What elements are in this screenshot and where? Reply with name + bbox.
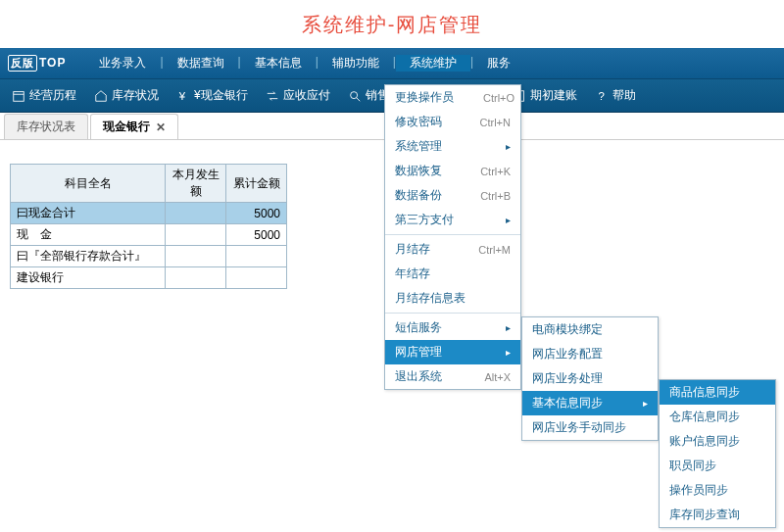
toolbar-期初建账[interactable]: 期初建账 [513, 87, 577, 104]
grid-cell-name[interactable]: 现 金 [11, 224, 166, 246]
webshop-item-网店业务手动同步[interactable]: 网店业务手动同步 [522, 415, 658, 440]
top-menu: 业务录入|数据查询|基本信息|辅助功能|系统维护|服务 [85, 55, 524, 72]
svg-point-3 [350, 91, 357, 98]
sysmenu-item-短信服务[interactable]: 短信服务▸ [385, 315, 520, 340]
topmenu-基本信息[interactable]: 基本信息 [241, 55, 316, 72]
toolbar-label: 期初建账 [530, 87, 577, 104]
toolbar-库存状况[interactable]: 库存状况 [94, 87, 159, 104]
grid-header[interactable]: 累计金额 [226, 165, 287, 203]
grid-cell-name[interactable]: 曰现金合计 [11, 203, 166, 224]
toolbar-应收应付[interactable]: 应收应付 [266, 87, 330, 104]
menu-item-label: 月结存 [395, 241, 430, 258]
search-icon [348, 89, 362, 103]
svg-text:¥: ¥ [178, 90, 186, 102]
toolbar-label: 经营历程 [29, 87, 76, 104]
grid-cell-name[interactable]: 建设银行 [11, 267, 166, 289]
toolbar-¥现金银行[interactable]: ¥¥现金银行 [176, 87, 248, 104]
menu-item-shortcut: Alt+X [484, 371, 511, 383]
webshop-item-基本信息同步[interactable]: 基本信息同步▸ [522, 391, 658, 415]
sysmenu-item-月结存信息表[interactable]: 月结存信息表 [385, 286, 520, 311]
chevron-right-icon: ▸ [506, 141, 511, 152]
grid-header[interactable]: 科目全名 [11, 165, 166, 203]
menu-item-label: 退出系统 [395, 368, 442, 385]
yen-icon: ¥ [176, 89, 190, 103]
menu-item-label: 商品信息同步 [669, 384, 740, 401]
toolbar-label: 帮助 [612, 87, 636, 104]
grid-cell-month[interactable] [166, 246, 226, 267]
sysmenu-item-第三方支付[interactable]: 第三方支付▸ [385, 208, 520, 232]
sysmenu-item-修改密码[interactable]: 修改密码Ctrl+N [385, 110, 520, 134]
tab-库存状况表[interactable]: 库存状况表 [4, 114, 88, 139]
sync-item-库存同步查询[interactable]: 库存同步查询 [660, 503, 775, 527]
menu-item-label: 修改密码 [395, 114, 442, 130]
menu-item-label: 数据恢复 [395, 163, 442, 179]
toolbar-label: 库存状况 [112, 87, 159, 104]
menu-item-label: 仓库信息同步 [669, 409, 740, 425]
grid-header[interactable]: 本月发生额 [166, 165, 226, 203]
sysmenu-item-系统管理[interactable]: 系统管理▸ [385, 134, 520, 159]
menu-separator [385, 313, 520, 314]
toolbar-经营历程[interactable]: 经营历程 [12, 87, 76, 104]
webshop-item-网店业务配置[interactable]: 网店业务配置 [522, 342, 658, 366]
brand-suffix: TOP [39, 56, 66, 70]
system-maintenance-menu: 更换操作员Ctrl+O修改密码Ctrl+N系统管理▸数据恢复Ctrl+K数据备份… [384, 84, 521, 390]
sysmenu-item-年结存[interactable]: 年结存 [385, 262, 520, 286]
topmenu-系统维护[interactable]: 系统维护 [396, 55, 470, 72]
help-icon: ? [595, 89, 609, 103]
toolbar-帮助[interactable]: ?帮助 [595, 87, 636, 104]
sysmenu-item-网店管理[interactable]: 网店管理▸ [385, 340, 520, 364]
sysmenu-item-数据备份[interactable]: 数据备份Ctrl+B [385, 183, 520, 208]
menu-item-label: 网店业务处理 [532, 370, 603, 387]
menu-item-shortcut: Ctrl+M [478, 244, 511, 256]
close-icon[interactable]: ✕ [156, 121, 166, 134]
topmenu-数据查询[interactable]: 数据查询 [164, 55, 238, 72]
menu-item-shortcut: Ctrl+O [483, 92, 514, 104]
menu-item-label: 职员同步 [669, 458, 716, 474]
menu-item-label: 电商模块绑定 [532, 321, 603, 338]
chevron-right-icon: ▸ [506, 322, 511, 333]
sync-item-操作员同步[interactable]: 操作员同步 [660, 478, 775, 503]
topmenu-辅助功能[interactable]: 辅助功能 [318, 55, 393, 72]
sysmenu-item-更换操作员[interactable]: 更换操作员Ctrl+O [385, 85, 520, 110]
webshop-item-网店业务处理[interactable]: 网店业务处理 [522, 366, 658, 391]
sysmenu-item-退出系统[interactable]: 退出系统Alt+X [385, 364, 520, 389]
tab-label: 现金银行 [103, 119, 150, 135]
brand: 反版TOP [8, 55, 66, 72]
topmenu-业务录入[interactable]: 业务录入 [85, 55, 160, 72]
grid-cell-name[interactable]: 曰『全部银行存款合计』 [11, 246, 166, 267]
swap-icon [266, 89, 279, 103]
grid-cell-total[interactable] [226, 246, 287, 267]
menu-item-label: 基本信息同步 [532, 395, 603, 411]
sync-item-账户信息同步[interactable]: 账户信息同步 [660, 429, 775, 454]
grid-cell-month[interactable] [166, 267, 226, 289]
menu-item-label: 数据备份 [395, 187, 442, 204]
webshop-item-电商模块绑定[interactable]: 电商模块绑定 [522, 317, 658, 342]
sync-item-职员同步[interactable]: 职员同步 [660, 454, 775, 478]
chevron-right-icon: ▸ [506, 215, 511, 225]
grid-cell-total[interactable] [226, 267, 287, 289]
webshop-manage-submenu: 电商模块绑定网店业务配置网店业务处理基本信息同步▸网店业务手动同步 [521, 316, 659, 441]
calendar-icon [12, 89, 25, 103]
menu-item-shortcut: Ctrl+B [480, 190, 511, 202]
grid-cell-month[interactable] [166, 203, 226, 224]
menu-item-shortcut: Ctrl+N [480, 117, 511, 128]
sysmenu-item-数据恢复[interactable]: 数据恢复Ctrl+K [385, 159, 520, 183]
home-icon [94, 89, 108, 103]
grid-cell-month[interactable] [166, 224, 226, 246]
sync-item-仓库信息同步[interactable]: 仓库信息同步 [660, 405, 775, 429]
toolbar-label: 应收应付 [283, 87, 330, 104]
sysmenu-item-月结存[interactable]: 月结存Ctrl+M [385, 237, 520, 262]
menu-item-label: 网店业务配置 [532, 346, 603, 363]
menu-item-label: 库存同步查询 [669, 507, 740, 523]
tab-现金银行[interactable]: 现金银行✕ [90, 114, 178, 139]
grid-cell-total[interactable]: 5000 [226, 203, 287, 224]
menu-item-label: 网店管理 [395, 344, 442, 361]
sync-item-商品信息同步[interactable]: 商品信息同步 [660, 380, 775, 405]
page-caption: 系统维护-网店管理 [0, 0, 784, 48]
chevron-right-icon: ▸ [506, 347, 511, 358]
grid-cell-total[interactable]: 5000 [226, 224, 287, 246]
topmenu-服务[interactable]: 服务 [473, 55, 524, 72]
menu-separator [385, 234, 520, 235]
brand-box: 反版 [8, 55, 37, 72]
toolbar-label: ¥现金银行 [194, 87, 248, 104]
